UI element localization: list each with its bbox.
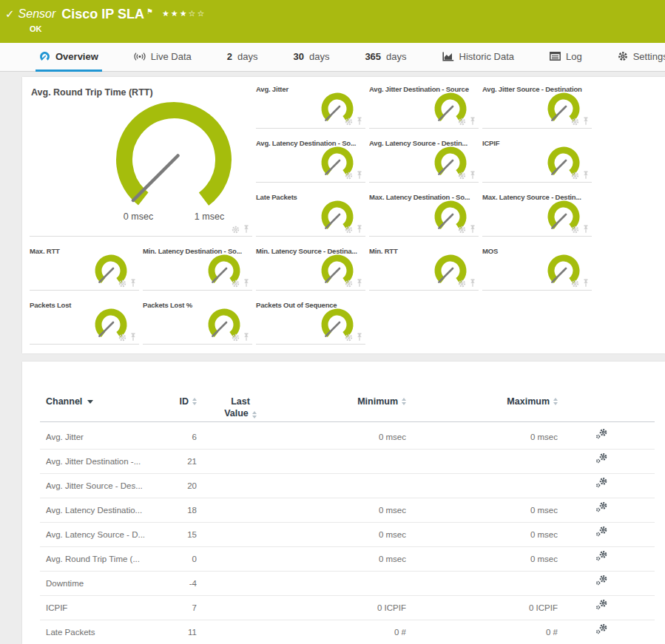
channel-name[interactable]: Avg. Jitter Source - Des... — [46, 474, 157, 498]
tab-365-days[interactable]: 365days — [361, 43, 410, 72]
gauge-pin-icon[interactable] — [243, 225, 250, 234]
gauge-pin-icon[interactable] — [356, 333, 363, 342]
gauge-panel-avg-jitter[interactable]: Avg. Jitter — [256, 83, 365, 129]
tab-label: Historic Data — [459, 51, 514, 62]
gauge-panel-avg-jitter-destination-source[interactable]: Avg. Jitter Destination - Source — [369, 83, 479, 129]
column-header-maximum[interactable]: Maximum — [429, 396, 558, 407]
gauge-settings-gear-icon[interactable] — [118, 333, 126, 342]
gauge-pin-icon[interactable] — [356, 225, 363, 234]
gauge-panel-avg-latency-source-destin[interactable]: Avg. Latency Source - Destin... — [369, 137, 479, 183]
gauge-panel-packets-out-of-sequence[interactable]: Packets Out of Sequence — [256, 299, 365, 345]
gauge-pin-icon[interactable] — [582, 279, 590, 288]
gauge-settings-gear-icon[interactable] — [458, 226, 466, 234]
gauge-settings-gear-icon[interactable] — [232, 333, 240, 342]
sort-icon — [252, 411, 257, 418]
gauge-panel-late-packets[interactable]: Late Packets — [256, 191, 365, 237]
column-label: Last — [231, 396, 250, 407]
gauge-pin-icon[interactable] — [582, 117, 590, 126]
channel-name[interactable]: Avg. Round Trip Time (... — [46, 547, 157, 572]
channel-settings-gear-icon[interactable] — [592, 596, 611, 618]
gauge-settings-gear-icon[interactable] — [571, 172, 579, 180]
gauge-pin-icon[interactable] — [243, 279, 250, 288]
tab-number: 30 — [293, 51, 303, 62]
channel-name[interactable]: Avg. Latency Source - D... — [46, 523, 157, 547]
channel-settings-gear-icon[interactable] — [592, 620, 611, 643]
channel-settings-gear-icon[interactable] — [592, 547, 611, 569]
column-header-minimum[interactable]: Minimum — [277, 396, 406, 407]
channel-settings-gear-icon[interactable] — [592, 523, 611, 545]
channel-name[interactable]: Avg. Jitter Destination -... — [46, 450, 157, 474]
channel-name[interactable]: Downtime — [46, 572, 157, 596]
channel-settings-gear-icon[interactable] — [592, 425, 611, 447]
gauge-panel-icpif[interactable]: ICPIF — [482, 137, 592, 183]
column-header-last-value[interactable]: LastValue — [196, 396, 285, 419]
gauge-panel-avg-latency-destination-so[interactable]: Avg. Latency Destination - So... — [256, 137, 365, 183]
gauge-settings-gear-icon[interactable] — [345, 118, 353, 126]
gauge-pin-icon[interactable] — [469, 171, 476, 180]
gauge-pin-icon[interactable] — [129, 333, 137, 342]
gauge-pin-icon[interactable] — [356, 279, 363, 288]
gauge-pin-icon[interactable] — [469, 117, 476, 126]
gauge-panel-avg-round-trip-time[interactable]: Avg. Round Trip Time (RTT) 0 msec 1 msec — [30, 83, 252, 237]
tab-30-days[interactable]: 30days — [289, 43, 333, 72]
gauge-settings-gear-icon[interactable] — [232, 279, 240, 288]
channel-name[interactable]: Avg. Jitter — [46, 425, 157, 450]
gauge-settings-gear-icon[interactable] — [458, 279, 466, 288]
sort-icon — [402, 398, 406, 407]
gauge-panel-min-latency-source-destina[interactable]: Min. Latency Source - Destina... — [256, 245, 365, 291]
gauge-settings-gear-icon[interactable] — [571, 118, 579, 126]
gauge-pin-icon[interactable] — [243, 333, 250, 342]
gauge-settings-gear-icon[interactable] — [458, 172, 466, 180]
gauge-panel-min-rtt[interactable]: Min. RTT — [369, 245, 479, 291]
channel-id: 15 — [148, 523, 197, 547]
gauge-panel-avg-jitter-source-destination[interactable]: Avg. Jitter Source - Destination — [482, 83, 592, 129]
channel-name[interactable]: Avg. Latency Destinatio... — [46, 498, 157, 523]
gauge-settings-gear-icon[interactable] — [458, 118, 466, 126]
gauge-panel-packets-lost[interactable]: Packets Lost — [30, 299, 139, 345]
column-header-id[interactable]: ID — [148, 396, 197, 407]
gauge-pin-icon[interactable] — [356, 117, 363, 126]
priority-flag-icon[interactable]: ⚑ — [146, 7, 153, 17]
gauge-panel-max-rtt[interactable]: Max. RTT — [30, 245, 139, 291]
gauge-settings-gear-icon[interactable] — [345, 333, 353, 342]
gauge-settings-gear-icon[interactable] — [118, 279, 126, 288]
channel-name[interactable]: ICPIF — [46, 596, 157, 620]
gauge-pin-icon[interactable] — [582, 171, 590, 180]
channel-settings-gear-icon[interactable] — [592, 572, 611, 594]
gauge-settings-gear-icon[interactable] — [232, 226, 240, 234]
tab-settings[interactable]: Settings — [614, 43, 665, 72]
star-rating[interactable]: ★★★☆☆ — [162, 7, 206, 20]
channel-settings-gear-icon[interactable] — [592, 450, 611, 472]
channel-settings-gear-icon[interactable] — [592, 498, 611, 521]
gauge-panel-max-latency-source-destin[interactable]: Max. Latency Source - Destin... — [482, 191, 592, 237]
column-label: Channel — [46, 396, 82, 407]
gauge-panel-min-latency-destination-so[interactable]: Min. Latency Destination - So... — [143, 245, 252, 291]
tab-live-data[interactable]: Live Data — [130, 43, 195, 72]
gauge-pin-icon[interactable] — [469, 279, 476, 288]
channel-id: 11 — [148, 620, 197, 644]
channel-name[interactable]: Late Packets — [46, 620, 157, 644]
column-label: Maximum — [507, 396, 550, 407]
gauge-settings-gear-icon[interactable] — [571, 226, 579, 234]
channel-settings-gear-icon[interactable] — [592, 474, 611, 496]
gauge-panel-max-latency-destination-so[interactable]: Max. Latency Destination - So... — [369, 191, 479, 237]
column-header-channel[interactable]: Channel — [46, 396, 149, 407]
gauge-pin-icon[interactable] — [129, 279, 137, 288]
gauge-settings-gear-icon[interactable] — [345, 279, 353, 288]
gauge-settings-gear-icon[interactable] — [345, 172, 353, 180]
gauge-pin-icon[interactable] — [469, 225, 476, 234]
gauge-scale-min: 0 msec — [124, 211, 153, 222]
gauge-pin-icon[interactable] — [356, 171, 363, 180]
gauge-settings-gear-icon[interactable] — [571, 279, 579, 288]
tab-historic-data[interactable]: Historic Data — [439, 43, 518, 72]
tab-overview[interactable]: Overview — [36, 43, 102, 72]
tab-2-days[interactable]: 2days — [223, 43, 262, 72]
gauge-pin-icon[interactable] — [582, 225, 590, 234]
channel-maximum: 0 msec — [429, 498, 558, 523]
channel-id: 18 — [148, 498, 197, 523]
gauge-panel-mos[interactable]: MOS — [482, 245, 592, 291]
tab-log[interactable]: Log — [546, 43, 586, 72]
gauge-settings-gear-icon[interactable] — [345, 226, 353, 234]
gauge-panel-packets-lost[interactable]: Packets Lost % — [143, 299, 252, 345]
channel-id: -4 — [148, 572, 197, 596]
